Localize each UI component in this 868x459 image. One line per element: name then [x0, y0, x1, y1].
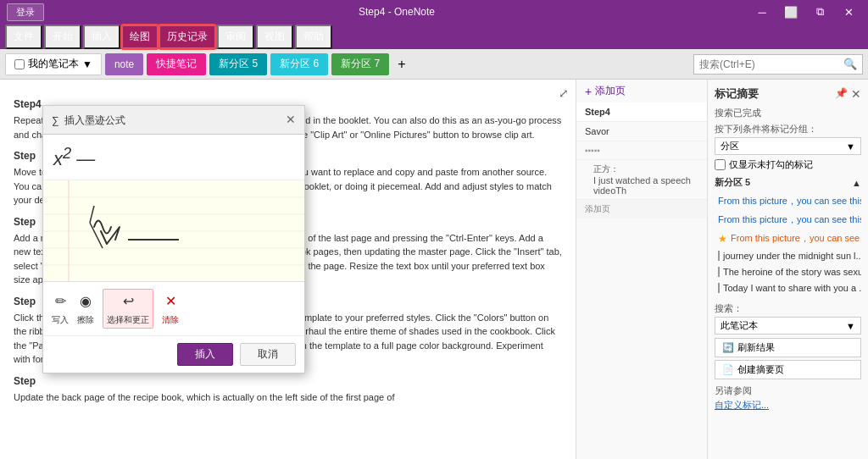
menu-draw[interactable]: 绘图 [122, 25, 158, 48]
menu-home[interactable]: 开始 [44, 25, 81, 49]
tag-checkbox-5 [718, 267, 720, 277]
tags-panel: 标记摘要 📌 ✕ 搜索已完成 按下列条件将标记分组： 分区 ▼ 仅显示未打勾的标… [707, 80, 868, 459]
notebook-checkbox[interactable] [14, 59, 25, 69]
tags-section-header[interactable]: 新分区 5 ▲ [715, 176, 861, 189]
minimize-button[interactable]: ─ [749, 3, 775, 20]
tab-section5[interactable]: 新分区 5 [209, 53, 267, 75]
tags-close-button[interactable]: ✕ [851, 87, 861, 101]
math-preview: x2 — [43, 135, 304, 180]
tag-text-3: From this picture，you can see t... [731, 232, 861, 245]
math-dialog-title-bar: ∑ 插入墨迹公式 ✕ [43, 106, 304, 135]
tags-group-dropdown[interactable]: 分区 ▼ [715, 137, 861, 155]
tags-status: 搜索已完成 [715, 107, 861, 119]
math-dialog-title-text: ∑ 插入墨迹公式 [52, 113, 125, 128]
add-tab-button[interactable]: + [392, 55, 410, 74]
window-controls: ─ ⬜ ⧉ ✕ [749, 3, 861, 20]
tab-note[interactable]: note [105, 53, 143, 75]
tags-title: 标记摘要 [715, 86, 759, 102]
tag-text-6: Today I want to share with you a ... [723, 283, 861, 293]
page-comment: 添加页 [576, 200, 707, 218]
page-item-3[interactable]: ▪▪▪▪▪ [576, 141, 707, 160]
tag-item-1[interactable]: From this picture，you can see this s... [715, 192, 861, 210]
search-input[interactable] [699, 58, 843, 70]
tags-create-button[interactable]: 📄 创建摘要页 [715, 360, 861, 379]
math-tool-write[interactable]: ✏ 写入 [52, 291, 69, 326]
tags-unfilled-checkbox[interactable] [715, 159, 726, 170]
tab-section6[interactable]: 新分区 6 [270, 53, 328, 75]
math-canvas[interactable] [43, 180, 304, 282]
app-title: Step4 - OneNote [44, 6, 749, 18]
tags-refresh-button[interactable]: 🔄 刷新结果 [715, 338, 861, 357]
math-dialog-icon: ∑ [52, 113, 59, 128]
page-speech-label: 正方： [593, 163, 698, 175]
page-item-savor[interactable]: Savor [576, 122, 707, 141]
math-expression: x2 — [53, 141, 95, 173]
math-tool-erase[interactable]: ◉ 擦除 [77, 291, 94, 326]
write-icon: ✏ [55, 291, 66, 312]
tags-section-chevron: ▲ [852, 178, 861, 188]
tag-item-2[interactable]: From this picture，you can see this s... [715, 211, 861, 229]
page-subitem-speech[interactable]: 正方： I just watched a speech videoTh [576, 160, 707, 200]
notebook-selector[interactable]: 我的笔记本 ▼ [5, 53, 102, 75]
math-tool-select[interactable]: ↩ 选择和更正 [103, 289, 153, 329]
tag-text-1: From this picture，you can see this s... [718, 195, 861, 207]
tag-text-2: From this picture，you can see this s... [718, 213, 861, 226]
tags-refresh-label: 刷新结果 [737, 341, 775, 354]
erase-icon: ◉ [80, 291, 92, 312]
math-cancel-button[interactable]: 取消 [240, 343, 296, 366]
tag-text-4: journey under the midnight sun l... [723, 251, 861, 261]
tags-section-name: 新分区 5 [715, 176, 750, 189]
search-box: 🔍 [693, 54, 863, 75]
restore-button[interactable]: ⬜ [778, 3, 804, 20]
main-layout: ⤢ Step4 Repeat the process for each of t… [0, 80, 868, 459]
select-icon: ↩ [123, 291, 134, 312]
tags-pin-icon[interactable]: 📌 [835, 87, 848, 101]
math-input-dialog: ∑ 插入墨迹公式 ✕ x2 — [42, 105, 305, 373]
tags-search-label: 搜索： [715, 302, 861, 315]
tags-search-chevron: ▼ [846, 321, 855, 331]
tag-item-3[interactable]: ★ From this picture，you can see t... [715, 230, 861, 247]
menu-view[interactable]: 视图 [256, 25, 293, 49]
add-page-button[interactable]: + 添加页 [576, 80, 707, 102]
tag-star-icon: ★ [718, 233, 727, 245]
tag-item-4[interactable]: journey under the midnight sun l... [715, 248, 861, 263]
page-item-step4[interactable]: Step4 [576, 102, 707, 122]
tags-search-dropdown[interactable]: 此笔记本 ▼ [715, 317, 861, 335]
tags-group-value: 分区 [721, 140, 739, 152]
login-button[interactable]: 登录 [7, 3, 44, 21]
tag-text-5: The heroine of the story was sexu... [723, 267, 861, 277]
math-actions: 插入 取消 [43, 336, 304, 373]
tags-controls: 📌 ✕ [835, 87, 861, 101]
math-insert-button[interactable]: 插入 [177, 343, 233, 366]
menu-history[interactable]: 历史记录 [159, 25, 215, 48]
content-area[interactable]: ⤢ Step4 Repeat the process for each of t… [0, 80, 576, 459]
tag-checkbox-4 [718, 251, 720, 261]
expand-button[interactable]: ⤢ [559, 86, 569, 100]
menu-bar: 文件 开始 插入 绘图 历史记录 审阅 视图 帮助 [0, 24, 868, 49]
close-button[interactable]: ✕ [836, 3, 861, 20]
page-item-avatar: ▪▪▪▪▪ [585, 146, 698, 155]
create-icon: 📄 [722, 364, 734, 375]
tags-create-label: 创建摘要页 [737, 363, 784, 376]
math-dialog-close-button[interactable]: ✕ [286, 111, 296, 129]
clear-label: 清除 [162, 313, 179, 326]
para-5: Update the back page of the recipe book,… [14, 390, 562, 405]
menu-file[interactable]: 文件 [5, 25, 42, 49]
tags-custom-link[interactable]: 自定义标记... [715, 400, 769, 410]
tag-item-6[interactable]: Today I want to share with you a ... [715, 280, 861, 296]
menu-review[interactable]: 审阅 [217, 25, 254, 49]
notebook-bar: 我的笔记本 ▼ note 快捷笔记 新分区 5 新分区 6 新分区 7 + 🔍 [0, 49, 868, 80]
tags-also-label: 另请参阅 [715, 384, 861, 397]
tag-checkbox-6 [718, 283, 720, 293]
tag-item-5[interactable]: The heroine of the story was sexu... [715, 264, 861, 279]
tags-group-chevron: ▼ [846, 141, 855, 152]
tab-section7[interactable]: 新分区 7 [331, 53, 389, 75]
menu-insert[interactable]: 插入 [83, 25, 120, 49]
clear-icon: ✕ [165, 291, 176, 312]
tab-quick-notes[interactable]: 快捷笔记 [147, 53, 206, 75]
restore2-button[interactable]: ⧉ [807, 3, 832, 20]
write-label: 写入 [52, 313, 69, 326]
menu-help[interactable]: 帮助 [295, 25, 332, 49]
math-tool-clear[interactable]: ✕ 清除 [162, 291, 179, 326]
select-label: 选择和更正 [107, 313, 149, 326]
